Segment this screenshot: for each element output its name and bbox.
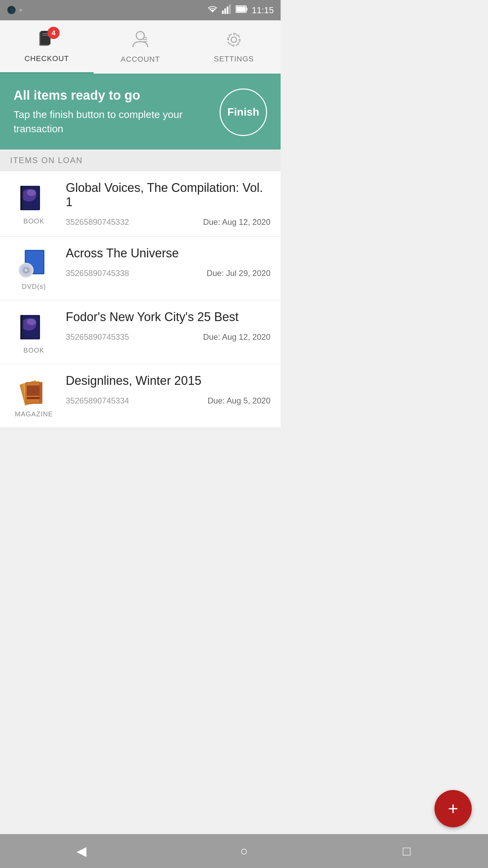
- tab-settings[interactable]: SETTINGS: [187, 20, 281, 74]
- svg-rect-36: [22, 316, 23, 338]
- checkout-badge: 4: [47, 27, 60, 39]
- item-barcode: 35265890745335: [66, 332, 129, 342]
- item-meta: 35265890745332 Due: Aug 12, 2020: [66, 217, 270, 227]
- wifi-icon: [207, 4, 218, 16]
- item-magazine-icon-wrap: MAGAZINE: [10, 374, 58, 418]
- banner-title: All items ready to go: [14, 88, 213, 103]
- item-due: Due: Aug 5, 2020: [208, 396, 270, 406]
- svg-rect-5: [246, 8, 247, 11]
- svg-rect-1: [224, 8, 226, 14]
- item-title: Fodor's New York City's 25 Best: [66, 310, 270, 324]
- items-on-loan-header: ITEMS ON LOAN: [0, 150, 281, 171]
- account-icon: [131, 30, 149, 53]
- list-item: MAGAZINE Designlines, Winter 2015 352658…: [0, 364, 281, 428]
- svg-rect-23: [22, 187, 23, 209]
- item-type-label: BOOK: [23, 347, 44, 354]
- bottom-area: [0, 428, 281, 496]
- account-tab-label: ACCOUNT: [121, 55, 160, 64]
- item-details: Fodor's New York City's 25 Best 35265890…: [66, 310, 270, 342]
- item-title: Designlines, Winter 2015: [66, 374, 270, 388]
- section-label: ITEMS ON LOAN: [10, 156, 83, 165]
- svg-point-12: [136, 32, 144, 40]
- battery-icon: [236, 5, 248, 16]
- svg-rect-3: [229, 4, 231, 14]
- svg-point-21: [27, 189, 36, 196]
- moon-icon: 🌑: [7, 6, 16, 15]
- dvd-icon: [15, 246, 53, 280]
- settings-tab-label: SETTINGS: [214, 55, 254, 63]
- list-item: BOOK Global Voices, The Compilation: Vol…: [0, 171, 281, 237]
- signal-icon: [222, 4, 231, 16]
- item-title: Global Voices, The Compilation: Vol. 1: [66, 181, 270, 209]
- item-type-label: MAGAZINE: [15, 410, 53, 418]
- magazine-icon: [15, 374, 53, 408]
- item-dvd-icon-wrap: DVD(s): [10, 246, 58, 291]
- time-display: 11:15: [252, 5, 274, 16]
- item-details: Designlines, Winter 2015 35265890745334 …: [66, 374, 270, 406]
- svg-rect-41: [27, 386, 40, 396]
- item-meta: 35265890745335 Due: Aug 12, 2020: [66, 332, 270, 342]
- book-icon: [15, 181, 53, 215]
- tab-checkout[interactable]: 4 CHECKOUT: [0, 20, 94, 74]
- svg-marker-43: [39, 382, 42, 402]
- finish-button[interactable]: Finish: [220, 88, 267, 136]
- item-details: Global Voices, The Compilation: Vol. 1 3…: [66, 181, 270, 227]
- item-due: Due: Aug 12, 2020: [203, 217, 270, 227]
- svg-rect-42: [27, 397, 40, 399]
- books-icon: 4: [37, 29, 57, 52]
- tab-account[interactable]: ACCOUNT: [94, 20, 187, 74]
- item-barcode: 35265890745332: [66, 217, 129, 227]
- item-due: Due: Aug 12, 2020: [203, 332, 270, 342]
- svg-point-34: [27, 318, 36, 325]
- item-type-label: DVD(s): [22, 283, 46, 291]
- item-due: Due: Jul 29, 2020: [207, 269, 270, 278]
- item-meta: 35265890745338 Due: Jul 29, 2020: [66, 269, 270, 278]
- gear-icon: [225, 31, 243, 53]
- item-barcode: 35265890745334: [66, 396, 129, 406]
- item-book2-icon-wrap: BOOK: [10, 310, 58, 354]
- item-barcode: 35265890745338: [66, 269, 129, 278]
- nav-bar: 4 CHECKOUT ACCOUNT: [0, 20, 281, 75]
- banner-text: All items ready to go Tap the finish but…: [14, 88, 213, 136]
- item-details: Across The Universe 35265890745338 Due: …: [66, 246, 270, 278]
- svg-rect-0: [222, 11, 224, 14]
- status-right-icons: 11:15: [207, 4, 274, 16]
- item-title: Across The Universe: [66, 246, 270, 260]
- svg-point-17: [228, 34, 240, 46]
- items-list: BOOK Global Voices, The Compilation: Vol…: [0, 171, 281, 428]
- status-bar: 🌑 ▫: [0, 0, 281, 20]
- checkout-banner: All items ready to go Tap the finish but…: [0, 75, 281, 150]
- book-icon: [15, 310, 53, 344]
- list-item: BOOK Fodor's New York City's 25 Best 352…: [0, 300, 281, 364]
- item-book-icon-wrap: BOOK: [10, 181, 58, 225]
- svg-point-16: [231, 37, 237, 42]
- svg-rect-2: [227, 6, 228, 14]
- sd-card-icon: ▫: [19, 6, 22, 15]
- banner-subtitle: Tap the finish button to complete your t…: [14, 107, 213, 136]
- checkout-tab-label: CHECKOUT: [24, 54, 69, 63]
- item-type-label: BOOK: [23, 217, 44, 225]
- item-meta: 35265890745334 Due: Aug 5, 2020: [66, 396, 270, 406]
- svg-rect-6: [236, 6, 246, 12]
- list-item: DVD(s) Across The Universe 3526589074533…: [0, 237, 281, 300]
- status-left-icons: 🌑 ▫: [7, 6, 22, 15]
